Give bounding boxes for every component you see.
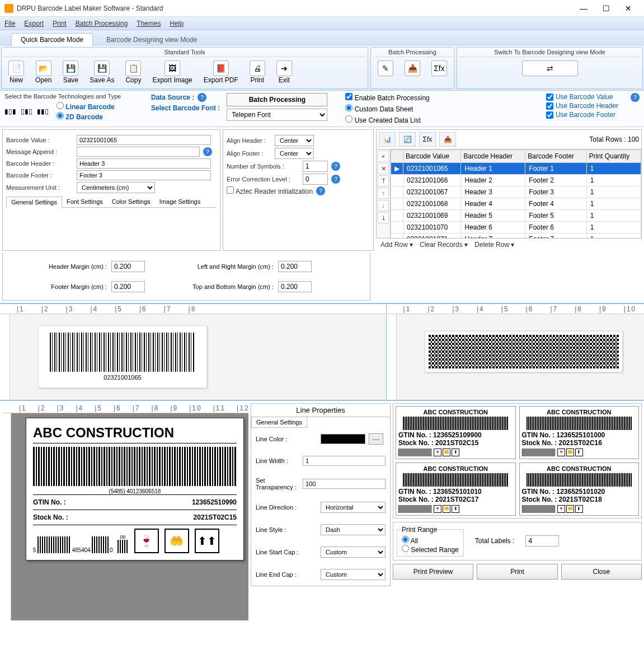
switch-mode-button[interactable]: ⇄ xyxy=(518,59,582,77)
menu-export[interactable]: Export xyxy=(24,20,44,27)
table-row[interactable]: ▶02321001065Header 1Footer 11 xyxy=(391,163,641,175)
fx-button[interactable]: Σfx xyxy=(419,132,436,147)
add-row-button[interactable]: + xyxy=(378,151,389,162)
align-header-select[interactable]: Center xyxy=(275,135,314,146)
2d-barcode-radio[interactable]: 2D Barcode xyxy=(57,112,115,121)
copy-button[interactable]: 📋Copy xyxy=(121,59,145,85)
table-row[interactable]: 02321001067Header 3Footer 31 xyxy=(391,186,641,198)
num-symbols-input[interactable] xyxy=(303,161,328,172)
print-selected-radio[interactable]: Selected Range xyxy=(402,546,459,554)
barcode-value-input[interactable] xyxy=(77,135,211,145)
line-end-select[interactable]: Custom xyxy=(321,569,386,580)
line-width-input[interactable] xyxy=(303,456,386,466)
total-labels-input[interactable] xyxy=(525,535,559,546)
print-all-radio[interactable]: All xyxy=(402,537,418,545)
data-source-help-icon[interactable]: ? xyxy=(198,93,206,102)
batch-edit-button[interactable]: ✎ xyxy=(373,59,398,77)
header-margin-input[interactable] xyxy=(111,261,145,272)
numsym-help-icon[interactable]: ? xyxy=(331,162,340,171)
print-action-button[interactable]: Print xyxy=(477,564,557,580)
ecc-input[interactable] xyxy=(303,174,328,185)
line-color-swatch[interactable] xyxy=(321,434,365,444)
aztec-help-icon[interactable]: ? xyxy=(316,186,325,195)
print-thumbnail[interactable]: ABC CONSTRUCTIONGTIN No. : 1236525101020… xyxy=(519,463,640,516)
custom-sheet-radio[interactable]: Custom Data Sheet xyxy=(345,104,429,113)
clear-records-menu[interactable]: Clear Records ▾ xyxy=(420,241,468,249)
footer-margin-input[interactable] xyxy=(111,281,145,292)
export-image-button[interactable]: 🖼Export Image xyxy=(148,59,196,85)
menu-file[interactable]: File xyxy=(4,20,15,27)
batch-processing-button[interactable]: Batch Processing xyxy=(227,93,327,106)
data-grid[interactable]: Barcode Value Barcode Header Barcode Foo… xyxy=(391,150,641,238)
save-button[interactable]: 💾Save xyxy=(58,59,83,85)
options-help-icon[interactable]: ? xyxy=(631,93,640,102)
exit-button[interactable]: ➜Exit xyxy=(272,59,297,85)
batch-import-button[interactable]: 📥 xyxy=(400,59,425,77)
table-row[interactable]: 02321001070Header 6Footer 61 xyxy=(391,222,641,233)
line-dir-select[interactable]: Horizontal xyxy=(321,502,386,513)
menu-help[interactable]: Help xyxy=(170,20,184,27)
tb-margin-input[interactable] xyxy=(278,281,312,292)
created-list-radio[interactable]: Use Created Data List xyxy=(345,115,429,124)
line-start-select[interactable]: Custom xyxy=(321,546,386,558)
print-preview-button[interactable]: Print Preview xyxy=(393,564,473,580)
lr-margin-input[interactable] xyxy=(278,261,312,272)
move-bottom-button[interactable]: ⤓ xyxy=(378,212,389,223)
print-thumbnail[interactable]: ABC CONSTRUCTIONGTIN No. : 1236525101000… xyxy=(519,406,640,459)
barcode-font-select[interactable]: Telepen Font xyxy=(227,109,327,121)
aztec-checkbox[interactable]: Aztec Reader initialization xyxy=(227,186,313,195)
print-button[interactable]: 🖨Print xyxy=(245,59,270,85)
use-footer-checkbox[interactable]: Use Barcode Footer xyxy=(546,111,618,119)
tab-quick-mode[interactable]: Quick Barcode Mode xyxy=(11,33,93,46)
move-down-button[interactable]: ↓ xyxy=(378,200,389,211)
save-as-button[interactable]: 💾Save As xyxy=(85,59,119,85)
open-button[interactable]: 📂Open xyxy=(31,59,56,85)
move-top-button[interactable]: ⤒ xyxy=(378,175,389,186)
close-button[interactable]: ✕ xyxy=(617,4,640,13)
delete-row-menu[interactable]: Delete Row ▾ xyxy=(474,241,514,249)
message-append-input[interactable] xyxy=(77,147,200,157)
menu-themes[interactable]: Themes xyxy=(137,20,161,27)
menu-batch[interactable]: Batch Processing xyxy=(76,20,128,27)
maximize-button[interactable]: ☐ xyxy=(595,4,617,13)
export-pdf-button[interactable]: 📕Export PDF xyxy=(199,59,243,85)
enable-batch-checkbox[interactable]: Enable Batch Processing xyxy=(345,93,429,102)
table-row[interactable]: 02321001069Header 5Footer 51 xyxy=(391,210,641,222)
tab-font-settings[interactable]: Font Settings xyxy=(62,197,107,207)
close-print-button[interactable]: Close xyxy=(561,564,642,580)
add-row-menu[interactable]: Add Row ▾ xyxy=(380,241,413,249)
print-thumbnail[interactable]: ABC CONSTRUCTIONGTIN No. : 1236525101010… xyxy=(396,463,516,516)
menu-print[interactable]: Print xyxy=(53,20,67,27)
line-props-tab[interactable]: General Settings xyxy=(251,417,307,428)
print-thumbnail[interactable]: ABC CONSTRUCTIONGTIN No. : 1236525109900… xyxy=(396,406,516,459)
export-data-button[interactable]: 📤 xyxy=(439,132,456,147)
line-trans-input[interactable] xyxy=(303,479,386,489)
line-color-picker-button[interactable]: .... xyxy=(369,433,383,445)
barcode-header-input[interactable] xyxy=(77,158,211,169)
table-row[interactable]: 02321001068Header 4Footer 41 xyxy=(391,198,641,210)
ecc-help-icon[interactable]: ? xyxy=(331,175,340,184)
unit-select[interactable]: Centimeters (cm) xyxy=(77,182,155,193)
label-card[interactable]: ABC CONSTRUCTION (5485) 40123606518 GTIN… xyxy=(26,418,244,560)
use-header-checkbox[interactable]: Use Barcode Header xyxy=(546,102,618,110)
use-value-checkbox[interactable]: Use Barcode Value xyxy=(546,93,618,101)
delete-row-button[interactable]: ✕ xyxy=(378,163,389,174)
col-qty[interactable]: Print Quantity xyxy=(586,150,641,163)
tab-color-settings[interactable]: Color Settings xyxy=(107,197,155,207)
minimize-button[interactable]: — xyxy=(572,4,595,13)
new-button[interactable]: 📄New xyxy=(4,59,29,85)
tab-general-settings[interactable]: General Settings xyxy=(6,197,62,208)
table-row[interactable]: 02321001071Header 7Footer 71 xyxy=(391,233,641,239)
tab-design-mode[interactable]: Barcode Designing view Mode xyxy=(97,34,206,46)
align-footer-select[interactable]: Center xyxy=(275,148,314,159)
col-footer[interactable]: Barcode Footer xyxy=(525,150,586,163)
col-value[interactable]: Barcode Value xyxy=(403,150,461,163)
tab-image-settings[interactable]: Image Settings xyxy=(155,197,205,207)
batch-fx-button[interactable]: Σfx xyxy=(427,59,452,77)
col-header[interactable]: Barcode Header xyxy=(461,150,525,163)
linear-barcode-radio[interactable]: Linear Barcode xyxy=(57,102,115,111)
refresh-button[interactable]: 🔄 xyxy=(399,132,416,147)
barcode-footer-input[interactable] xyxy=(77,170,211,180)
table-row[interactable]: 02321001066Header 2Footer 21 xyxy=(391,175,641,186)
excel-button[interactable]: 📊 xyxy=(379,132,396,147)
